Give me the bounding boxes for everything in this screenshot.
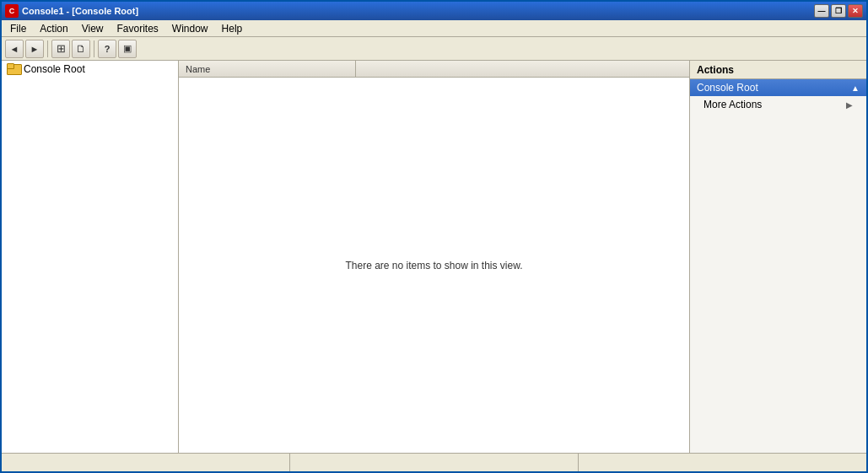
actions-header: Actions — [690, 61, 866, 79]
menu-item-favorites[interactable]: Favorites — [111, 21, 165, 36]
tree-panel: Console Root — [2, 61, 179, 453]
actions-section-console-root[interactable]: Console Root ▲ — [690, 79, 866, 96]
toolbar: ◄ ► ⊞ 🗋 ? ▣ — [2, 37, 866, 61]
toolbar-separator-1 — [47, 40, 48, 57]
column-empty — [356, 61, 689, 77]
list-header: Name — [179, 61, 689, 78]
menu-item-action[interactable]: Action — [33, 21, 74, 36]
statusbar-section-3 — [579, 454, 866, 471]
folder-icon — [7, 63, 20, 75]
actions-panel: Actions Console Root ▲ More Actions ▶ — [689, 61, 866, 453]
show-hide-button[interactable]: ⊞ — [51, 40, 70, 58]
tree-item-label: Console Root — [24, 63, 85, 75]
menubar: File Action View Favorites Window Help — [2, 20, 866, 37]
tree-item-console-root[interactable]: Console Root — [2, 61, 178, 78]
title-bar: C Console1 - [Console Root] — ❐ ✕ — [2, 2, 866, 20]
forward-button[interactable]: ► — [25, 40, 44, 58]
db-button[interactable]: ▣ — [118, 40, 137, 58]
menu-item-file[interactable]: File — [3, 21, 33, 36]
list-content: There are no items to show in this view. — [179, 78, 689, 453]
statusbar-section-1 — [2, 454, 290, 471]
minimize-button[interactable]: — — [814, 4, 829, 18]
close-button[interactable]: ✕ — [848, 4, 863, 18]
title-bar-controls: — ❐ ✕ — [814, 4, 863, 18]
content-area: Console Root Name There are no items to … — [2, 61, 866, 453]
app-icon: C — [5, 4, 19, 18]
statusbar — [2, 453, 866, 471]
chevron-up-icon: ▲ — [851, 83, 860, 93]
back-button[interactable]: ◄ — [5, 40, 24, 58]
action-item-label: More Actions — [704, 99, 762, 110]
menu-item-window[interactable]: Window — [165, 21, 215, 36]
submenu-arrow-icon: ▶ — [846, 100, 853, 110]
restore-button[interactable]: ❐ — [831, 4, 846, 18]
empty-message: There are no items to show in this view. — [345, 260, 522, 271]
actions-section-label: Console Root — [697, 82, 758, 94]
menu-item-view[interactable]: View — [75, 21, 111, 36]
column-name: Name — [179, 61, 356, 77]
main-window: C Console1 - [Console Root] — ❐ ✕ File A… — [0, 0, 868, 473]
action-item-more-actions[interactable]: More Actions ▶ — [690, 96, 866, 113]
list-panel: Name There are no items to show in this … — [179, 61, 689, 453]
new-window-button[interactable]: 🗋 — [72, 40, 90, 58]
toolbar-separator-2 — [94, 40, 94, 57]
title-bar-text: Console1 - [Console Root] — [22, 6, 814, 16]
statusbar-section-2 — [290, 454, 579, 471]
menu-item-help[interactable]: Help — [215, 21, 250, 36]
help-button[interactable]: ? — [98, 40, 116, 58]
